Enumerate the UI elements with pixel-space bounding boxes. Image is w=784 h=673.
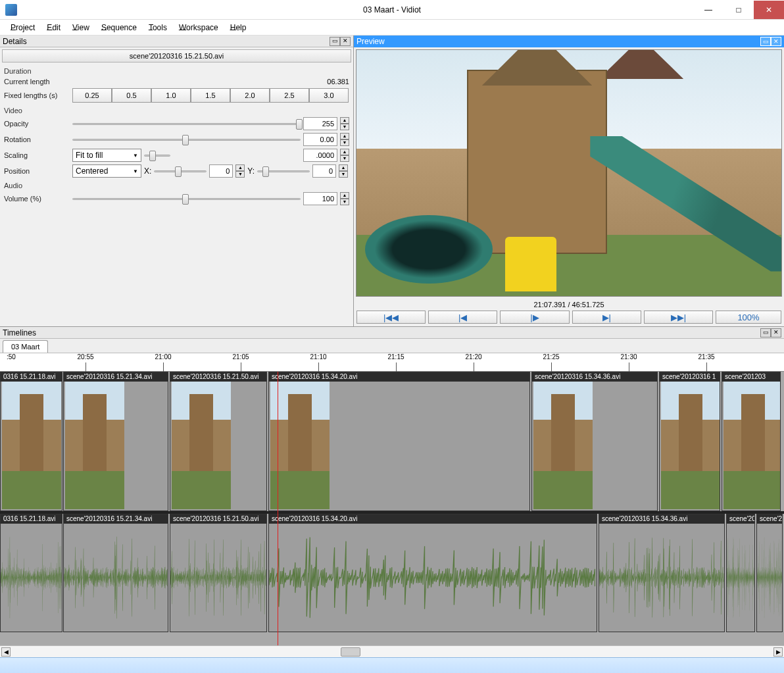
audio-clip[interactable]: 0316 15.21.18.avi — [0, 514, 62, 632]
opacity-slider[interactable] — [72, 117, 301, 130]
position-dropdown[interactable]: Centered▼ — [72, 164, 141, 178]
scroll-thumb[interactable] — [341, 647, 360, 657]
ruler-start: :50 — [7, 353, 16, 361]
video-clip[interactable]: scene'20120316 15.34.36.avi — [531, 372, 658, 511]
video-clip[interactable]: scene'20120316 15.21.34.avi — [63, 372, 168, 511]
audio-track[interactable]: 0316 15.21.18.aviscene'20120316 15.21.34… — [0, 514, 784, 632]
rotation-slider[interactable] — [72, 133, 301, 146]
fixed-lengths-label: Fixed lengths (s) — [4, 91, 70, 99]
rotation-input[interactable] — [303, 133, 337, 146]
clip-label: scene'20120316 15.21.50.avi — [170, 514, 266, 524]
scaling-input[interactable] — [303, 149, 337, 162]
fixed-length-1_0[interactable]: 1.0 — [151, 88, 191, 103]
volume-spinner[interactable]: ▲▼ — [340, 192, 349, 205]
waveform — [1, 524, 62, 632]
menu-sequence[interactable]: Sequence — [96, 22, 142, 34]
clip-label: scene'20120316 15.34.20.avi — [269, 372, 529, 382]
chevron-down-icon: ▼ — [133, 153, 138, 159]
menu-edit[interactable]: Edit — [41, 22, 66, 34]
timelines-float-button[interactable]: ▭ — [760, 328, 771, 337]
fixed-length-1_5[interactable]: 1.5 — [191, 88, 230, 103]
clip-thumbnail — [723, 382, 781, 509]
window-title: 03 Maart - Vidiot — [0, 5, 784, 14]
timeline-ruler[interactable]: :50 20:5521:0021:0521:1021:1521:2021:252… — [0, 353, 784, 372]
preview-header: Preview — [356, 37, 385, 46]
preview-viewport[interactable] — [356, 49, 782, 297]
video-clip[interactable]: scene'20120316 15.34.20.avi — [268, 372, 530, 511]
preview-float-button[interactable]: ▭ — [760, 37, 771, 46]
clip-label: scene'20120316 1 — [660, 372, 720, 382]
menu-project[interactable]: Project — [5, 22, 40, 34]
ruler-label: 20:55 — [77, 353, 93, 361]
clip-label: scene'20120316 15.21.34.avi — [64, 372, 168, 382]
end-button[interactable]: ▶▶| — [644, 311, 713, 324]
audio-clip[interactable]: scene'20120316 15.34.20.avi — [268, 514, 597, 632]
scroll-left-icon[interactable]: ◀ — [1, 647, 11, 657]
x-label: X: — [144, 166, 151, 176]
waveform — [727, 524, 754, 632]
chevron-down-icon: ▼ — [133, 168, 138, 174]
preview-close-button[interactable]: ✕ — [771, 37, 781, 46]
x-slider[interactable] — [154, 164, 207, 178]
tracks-area[interactable]: 0316 15.21.18.aviscene'20120316 15.21.34… — [0, 372, 784, 645]
y-spinner[interactable]: ▲▼ — [339, 164, 348, 178]
current-length-value: 06.381 — [327, 78, 349, 86]
video-track[interactable]: 0316 15.21.18.aviscene'20120316 15.21.34… — [0, 372, 784, 511]
timelines-close-button[interactable]: ✕ — [771, 328, 781, 337]
clip-label: scene'20120316 1 — [727, 514, 754, 524]
menu-workspace[interactable]: Workspace — [174, 22, 224, 34]
fixed-length-0_25[interactable]: 0.25 — [72, 88, 112, 103]
scaling-slider[interactable] — [144, 149, 170, 162]
video-clip[interactable]: 0316 15.21.18.avi — [0, 372, 62, 511]
scaling-spinner[interactable]: ▲▼ — [340, 149, 349, 162]
play-button[interactable]: |▶ — [500, 311, 569, 324]
scaling-label: Scaling — [4, 151, 70, 159]
audio-clip[interactable]: scene'20120316 15.21.34.avi — [63, 514, 168, 632]
video-clip[interactable]: scene'20120316 1 — [659, 372, 720, 511]
video-section: Video — [0, 104, 353, 116]
details-pane: Details ▭ ✕ scene'20120316 15.21.50.avi … — [0, 36, 354, 326]
fixed-length-3_0[interactable]: 3.0 — [309, 88, 349, 103]
y-input[interactable] — [312, 164, 336, 178]
menu-view[interactable]: View — [67, 22, 95, 34]
next-button[interactable]: ▶| — [572, 311, 641, 324]
menu-help[interactable]: Help — [225, 22, 252, 34]
volume-slider[interactable] — [72, 192, 301, 205]
waveform — [64, 524, 168, 632]
opacity-input[interactable] — [303, 117, 337, 130]
y-slider[interactable] — [257, 164, 310, 178]
opacity-spinner[interactable]: ▲▼ — [340, 117, 349, 130]
waveform — [170, 524, 266, 632]
prev-button[interactable]: |◀ — [428, 311, 497, 324]
menu-tools[interactable]: Tools — [143, 22, 172, 34]
x-spinner[interactable]: ▲▼ — [235, 164, 245, 178]
video-clip[interactable]: scene'201203 — [722, 372, 781, 511]
audio-clip[interactable]: scene'20120316 15.34.36.avi — [599, 514, 725, 632]
timeline-scrollbar[interactable]: ◀ ▶ — [0, 645, 784, 657]
details-float-button[interactable]: ▭ — [330, 37, 340, 46]
timelines-pane: Timelines ▭ ✕ 03 Maart :50 20:5521:0021:… — [0, 326, 784, 657]
fixed-length-2_0[interactable]: 2.0 — [230, 88, 270, 103]
scroll-right-icon[interactable]: ▶ — [773, 647, 783, 657]
fixed-length-2_5[interactable]: 2.5 — [270, 88, 309, 103]
zoom-display[interactable]: 100% — [716, 311, 781, 324]
volume-input[interactable] — [303, 192, 337, 205]
fixed-length-0_5[interactable]: 0.5 — [112, 88, 151, 103]
audio-clip[interactable]: scene'201203 — [756, 514, 783, 632]
clip-label: scene'20120316 15.34.20.avi — [269, 514, 597, 524]
home-button[interactable]: |◀◀ — [356, 311, 426, 324]
clip-label: scene'201203 — [722, 372, 780, 382]
details-close-button[interactable]: ✕ — [340, 37, 351, 46]
timeline-tab[interactable]: 03 Maart — [3, 340, 48, 353]
playhead[interactable] — [278, 372, 278, 645]
video-clip[interactable]: scene'20120316 15.21.50.avi — [170, 372, 267, 511]
clip-thumbnail — [172, 382, 231, 509]
ruler-label: 21:20 — [465, 353, 481, 361]
clip-thumbnail — [533, 382, 593, 509]
clip-label: 0316 15.21.18.avi — [1, 514, 62, 524]
scaling-dropdown[interactable]: Fit to fill▼ — [72, 149, 141, 162]
x-input[interactable] — [209, 164, 233, 178]
audio-clip[interactable]: scene'20120316 1 — [726, 514, 755, 632]
rotation-spinner[interactable]: ▲▼ — [340, 133, 349, 146]
audio-clip[interactable]: scene'20120316 15.21.50.avi — [170, 514, 267, 632]
